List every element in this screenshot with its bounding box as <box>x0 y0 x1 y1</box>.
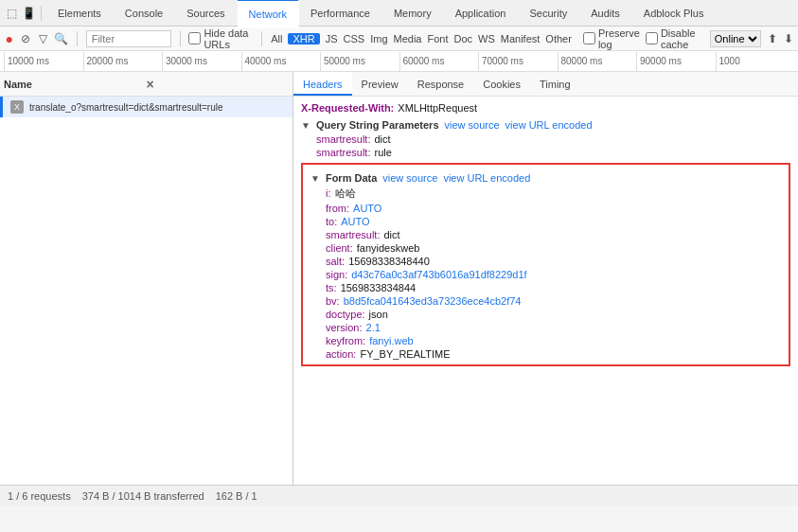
param-key-version: version: <box>326 322 363 333</box>
record-icon[interactable]: ● <box>4 31 15 46</box>
param-key-salt: salt: <box>326 256 345 267</box>
tab-console[interactable]: Console <box>114 0 175 27</box>
form-param-sign: sign: d43c76a0c3af743b6016a91df8229d1f <box>310 268 781 281</box>
form-data-label: Form Data <box>326 172 377 184</box>
form-data-view-url-encoded-link[interactable]: view URL encoded <box>443 172 530 184</box>
filter-ws[interactable]: WS <box>478 33 495 44</box>
mark-4: 50000 ms <box>320 52 399 71</box>
detail-tab-cookies[interactable]: Cookies <box>473 72 530 96</box>
param-key-from: from: <box>326 203 349 214</box>
param-value-action: FY_BY_REALTIME <box>360 348 450 360</box>
status-transferred: 374 B / 1014 B transferred <box>82 490 204 502</box>
filter-media[interactable]: Media <box>394 33 422 44</box>
param-key-doctype: doctype: <box>326 309 365 320</box>
form-param-doctype: doctype: json <box>310 308 781 321</box>
filter-font[interactable]: Font <box>427 33 448 44</box>
detail-tab-preview[interactable]: Preview <box>352 72 408 96</box>
triangle-icon[interactable]: ▼ <box>301 120 310 131</box>
mark-9: 1000 <box>716 52 795 71</box>
query-string-label: Query String Parameters <box>316 119 439 131</box>
filter-xhr[interactable]: XHR <box>288 33 319 44</box>
disable-cache-label: Disable cache <box>646 27 704 50</box>
filter-bar: ● ⊘ ▽ 🔍 Hide data URLs All XHR JS CSS Im… <box>0 27 798 51</box>
filter-css[interactable]: CSS <box>344 33 365 44</box>
tab-performance[interactable]: Performance <box>299 0 382 27</box>
detail-tabs: Headers Preview Response Cookies Timing <box>293 72 798 97</box>
filter-js[interactable]: JS <box>326 33 338 44</box>
param-key-bv: bv: <box>326 295 340 307</box>
param-value-client: fanyideskweb <box>357 242 420 254</box>
file-name: translate_o?smartresult=dict&smartresult… <box>29 102 223 113</box>
close-pane-button[interactable]: × <box>143 77 290 92</box>
mark-1: 20000 ms <box>83 52 163 71</box>
param-value-keyfrom: fanyi.web <box>369 335 413 346</box>
param-key-to: to: <box>326 216 337 227</box>
inspect-icon[interactable]: ⬚ <box>4 6 19 21</box>
form-param-client: client: fanyideskweb <box>310 241 781 255</box>
disable-cache-checkbox[interactable] <box>646 32 658 44</box>
status-requests: 1 / 6 requests <box>8 490 71 502</box>
status-bar: 1 / 6 requests 374 B / 1014 B transferre… <box>0 485 798 505</box>
device-icon[interactable]: 📱 <box>21 6 36 21</box>
file-item[interactable]: X translate_o?smartresult=dict&smartresu… <box>0 97 293 117</box>
form-param-i: i: 哈哈 <box>310 186 781 202</box>
hide-data-urls-checkbox[interactable] <box>188 32 201 44</box>
param-key-smartresult: smartresult: <box>326 229 380 240</box>
form-data-triangle-icon[interactable]: ▼ <box>310 173 320 184</box>
left-pane-header: Name × <box>0 72 293 97</box>
form-param-ts: ts: 1569833834844 <box>310 281 781 294</box>
tab-network[interactable]: Network <box>238 0 299 28</box>
param-value-doctype: json <box>369 309 388 320</box>
query-view-source-link[interactable]: view source <box>445 119 500 131</box>
param-key-client: client: <box>326 242 353 254</box>
param-key: smartresult: <box>316 133 370 145</box>
query-view-url-encoded-link[interactable]: view URL encoded <box>505 119 593 131</box>
file-icon: X <box>10 100 24 114</box>
mark-0: 10000 ms <box>4 52 83 71</box>
param-key-i: i: <box>326 187 331 199</box>
tab-audits[interactable]: Audits <box>579 0 632 27</box>
filter-sep2 <box>180 31 181 46</box>
online-select[interactable]: Online <box>710 30 761 47</box>
param-value: rule <box>374 147 391 158</box>
right-pane: Headers Preview Response Cookies Timing … <box>293 72 798 485</box>
tab-application[interactable]: Application <box>444 0 519 27</box>
param-value-ts: 1569833834844 <box>341 282 417 293</box>
tab-sources[interactable]: Sources <box>175 0 237 27</box>
timeline-marks: 10000 ms 20000 ms 30000 ms 40000 ms 5000… <box>4 52 794 71</box>
upload-icon[interactable]: ⬆ <box>767 31 778 46</box>
filter-img[interactable]: Img <box>370 33 387 44</box>
filter-sep3 <box>261 31 262 46</box>
filter-doc[interactable]: Doc <box>453 33 472 44</box>
mark-8: 90000 ms <box>636 52 716 71</box>
filter-all[interactable]: All <box>271 33 282 44</box>
mark-5: 60000 ms <box>399 52 479 71</box>
top-toolbar: ⬚ 📱 Elements Console Sources Network Per… <box>0 0 798 27</box>
download-icon[interactable]: ⬇ <box>783 31 794 46</box>
hide-data-urls-label: Hide data URLs <box>188 27 253 50</box>
param-value: dict <box>374 133 390 145</box>
filter-input[interactable] <box>86 30 171 47</box>
query-string-section-header: ▼ Query String Parameters view source vi… <box>301 115 790 133</box>
filter-icon[interactable]: ▽ <box>37 31 48 46</box>
tab-security[interactable]: Security <box>518 0 579 27</box>
param-key-sign: sign: <box>326 269 347 280</box>
filter-other[interactable]: Other <box>545 33 572 44</box>
param-value-sign: d43c76a0c3af743b6016a91df8229d1f <box>351 269 526 280</box>
detail-tab-response[interactable]: Response <box>408 72 474 96</box>
tab-elements[interactable]: Elements <box>46 0 114 27</box>
filter-manifest[interactable]: Manifest <box>501 33 541 44</box>
form-param-from: from: AUTO <box>310 202 781 215</box>
detail-tab-headers[interactable]: Headers <box>293 72 352 96</box>
header-key: X-Requested-With: <box>301 102 394 114</box>
clear-icon[interactable]: ⊘ <box>21 31 32 46</box>
detail-tab-timing[interactable]: Timing <box>530 72 580 96</box>
tab-adblock[interactable]: Adblock Plus <box>632 0 717 27</box>
form-data-view-source-link[interactable]: view source <box>382 172 437 184</box>
tab-memory[interactable]: Memory <box>382 0 444 27</box>
form-param-bv: bv: b8d5fca041643ed3a73236ece4cb2f74 <box>310 294 781 308</box>
mark-3: 40000 ms <box>241 52 321 71</box>
search-icon[interactable]: 🔍 <box>54 31 68 46</box>
preserve-log-checkbox[interactable] <box>583 32 595 44</box>
form-param-salt: salt: 15698338348440 <box>310 255 781 268</box>
